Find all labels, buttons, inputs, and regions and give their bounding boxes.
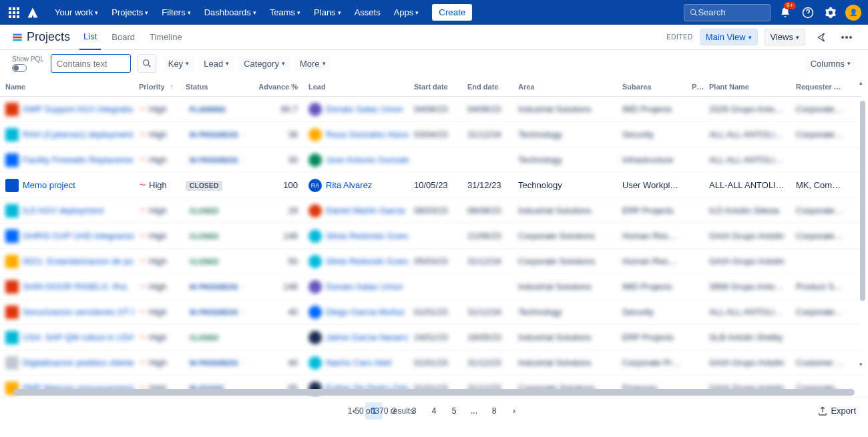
nav-apps[interactable]: Apps▾	[387, 0, 426, 25]
col-header[interactable]: Name	[0, 79, 134, 95]
col-header[interactable]: Advance %	[244, 79, 303, 95]
product-logo-icon[interactable]	[25, 5, 40, 20]
svg-point-7	[845, 36, 848, 39]
col-header[interactable]: Plant Name	[704, 79, 791, 95]
col-header[interactable]: Area	[513, 79, 617, 95]
nav-filters[interactable]: Filters▾	[155, 0, 197, 25]
page-...[interactable]: ...	[465, 402, 483, 420]
table-row[interactable]: RAH (Cybersec) deployment〜HighIN PROGRES…	[0, 122, 861, 147]
send-icon[interactable]	[812, 28, 831, 47]
more-icon[interactable]	[837, 28, 856, 47]
page-5[interactable]: 5	[445, 402, 463, 420]
create-button[interactable]: Create	[432, 4, 472, 21]
col-header[interactable]: Subarea	[617, 79, 686, 95]
svg-rect-4	[13, 36, 21, 38]
horizontal-scrollbar[interactable]	[13, 389, 855, 396]
table-row[interactable]: Memo project〜HighCLOSED100RARita Alvarez…	[0, 173, 861, 198]
col-header[interactable]: Priority↑	[134, 79, 180, 95]
col-header[interactable]: Requester Area	[791, 79, 851, 95]
table-row[interactable]: GHRIS GVP UHD integracion contenidos Inf…	[0, 224, 861, 249]
table-header: NamePriority↑StatusAdvance %LeadStart da…	[0, 77, 861, 97]
views-button[interactable]: Views▾	[765, 29, 805, 45]
col-header[interactable]: Start date	[409, 79, 462, 95]
user-avatar[interactable]: 👤	[845, 5, 861, 21]
nav-projects[interactable]: Projects▾	[105, 0, 155, 25]
tab-timeline[interactable]: Timeline	[146, 25, 186, 50]
filter-search-button[interactable]	[138, 54, 156, 73]
filter-key[interactable]: Key▾	[163, 55, 194, 72]
scroll-down-arrow[interactable]: ▾	[859, 361, 863, 368]
page-8[interactable]: 8	[485, 402, 503, 420]
projects-table: NamePriority↑StatusAdvance %LeadStart da…	[0, 77, 868, 397]
scroll-up-arrow[interactable]: ▴	[859, 81, 863, 85]
tab-board[interactable]: Board	[107, 25, 139, 50]
nav-your-work[interactable]: Your work▾	[48, 0, 105, 25]
table-row[interactable]: SHIN DOOR PANELS -RvL〜HighIN PROGRESS148…	[0, 274, 861, 300]
results-count: 1-50 of 370 results	[348, 406, 414, 416]
project-header: Projects ListBoardTimeline EDITED Main V…	[0, 25, 868, 50]
global-search[interactable]	[684, 4, 771, 21]
col-header[interactable]: Status	[180, 79, 244, 95]
nav-dashboards[interactable]: Dashboards▾	[198, 0, 263, 25]
projects-icon	[12, 32, 23, 43]
col-header[interactable]: Lead	[303, 79, 409, 95]
table-row[interactable]: USA: SAP QM rollout in USA〜HighCLOSEDJai…	[0, 325, 861, 350]
table-footer: 1-50 of 370 results ‹12345...8› Export	[0, 397, 868, 424]
vertical-scrollbar[interactable]	[860, 101, 865, 301]
page-4[interactable]: 4	[425, 402, 443, 420]
filter-bar: Show PQL Key▾Lead▾Category▾More▾ Columns…	[0, 50, 868, 77]
edited-label: EDITED	[666, 33, 693, 41]
col-header[interactable]: End date	[462, 79, 513, 95]
table-row[interactable]: Securizacion servidores OT Plantas - Fas…	[0, 300, 861, 325]
search-icon	[690, 8, 698, 17]
svg-point-8	[849, 36, 852, 39]
notif-badge: 9+	[784, 2, 796, 9]
pql-label: Show PQL	[12, 55, 44, 63]
nav-teams[interactable]: Teams▾	[263, 0, 307, 25]
svg-line-1	[695, 13, 697, 15]
tab-list[interactable]: List	[79, 25, 101, 50]
filter-lead[interactable]: Lead▾	[198, 55, 234, 72]
svg-point-6	[841, 36, 844, 39]
nav-assets[interactable]: Assets	[348, 0, 387, 25]
table-row[interactable]: 0021- Estandarizacion de posiciones〜High…	[0, 249, 861, 274]
pql-toggle[interactable]	[12, 64, 27, 72]
table-row[interactable]: Digitalizacion pedidos clientes〜HighIN P…	[0, 350, 861, 376]
main-view-button[interactable]: Main View▾	[700, 29, 758, 45]
notifications-icon[interactable]: 9+	[777, 5, 793, 21]
settings-icon[interactable]	[823, 5, 839, 21]
table-row[interactable]: ILD AGV deployment〜HighCLOSED28Daniel Ma…	[0, 198, 861, 224]
col-header[interactable]: PMO	[686, 79, 704, 95]
app-switcher-icon[interactable]	[7, 5, 21, 20]
filter-more[interactable]: More▾	[294, 55, 331, 72]
help-icon[interactable]	[800, 5, 816, 21]
top-navbar: Your work▾Projects▾Filters▾Dashboards▾Te…	[0, 0, 868, 25]
pql-toggle-group: Show PQL	[12, 55, 44, 72]
svg-rect-3	[13, 33, 21, 35]
svg-rect-5	[13, 39, 21, 41]
svg-point-0	[691, 9, 696, 14]
svg-line-10	[148, 65, 151, 67]
page-title: Projects	[27, 30, 70, 44]
table-row[interactable]: AWP Support AGV integration in shopfloor…	[0, 97, 861, 122]
global-search-input[interactable]	[698, 7, 765, 17]
export-button[interactable]: Export	[817, 406, 856, 416]
columns-button[interactable]: Columns▾	[805, 55, 856, 72]
page-next[interactable]: ›	[505, 402, 523, 420]
nav-plans[interactable]: Plans▾	[307, 0, 348, 25]
contains-text-input[interactable]	[51, 54, 131, 73]
filter-category[interactable]: Category▾	[238, 55, 290, 72]
svg-point-9	[144, 60, 149, 65]
table-row[interactable]: Facility Firewalls Replacement〜HighIN PR…	[0, 147, 861, 173]
